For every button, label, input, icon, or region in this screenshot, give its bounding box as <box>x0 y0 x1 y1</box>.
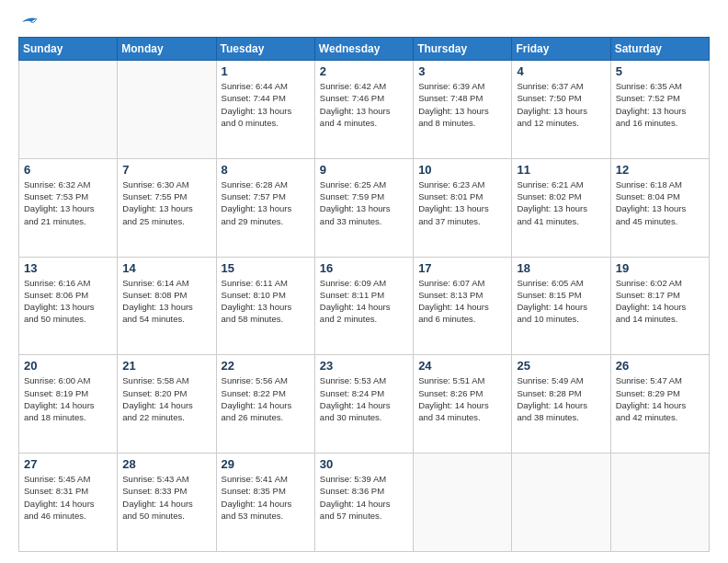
day-number: 29 <box>222 457 310 471</box>
page: SundayMondayTuesdayWednesdayThursdayFrid… <box>0 0 728 563</box>
calendar-cell: 18Sunrise: 6:05 AMSunset: 8:15 PMDayligh… <box>512 257 610 355</box>
calendar-cell: 23Sunrise: 5:53 AMSunset: 8:24 PMDayligh… <box>314 355 413 454</box>
day-number: 21 <box>122 359 210 373</box>
day-detail: Sunrise: 6:28 AMSunset: 7:57 PMDaylight:… <box>222 178 310 227</box>
day-number: 25 <box>517 359 605 373</box>
calendar-cell: 29Sunrise: 5:41 AMSunset: 8:35 PMDayligh… <box>216 454 314 552</box>
day-number: 28 <box>122 457 210 471</box>
calendar-cell: 20Sunrise: 6:00 AMSunset: 8:19 PMDayligh… <box>19 355 118 454</box>
calendar-cell: 1Sunrise: 6:44 AMSunset: 7:44 PMDaylight… <box>216 61 314 159</box>
day-detail: Sunrise: 6:14 AMSunset: 8:08 PMDaylight:… <box>122 277 210 326</box>
calendar-cell: 21Sunrise: 5:58 AMSunset: 8:20 PMDayligh… <box>118 355 216 454</box>
calendar-table: SundayMondayTuesdayWednesdayThursdayFrid… <box>18 37 710 552</box>
day-number: 12 <box>616 163 704 177</box>
calendar-cell: 25Sunrise: 5:49 AMSunset: 8:28 PMDayligh… <box>512 355 610 454</box>
calendar-cell: 17Sunrise: 6:07 AMSunset: 8:13 PMDayligh… <box>414 257 512 355</box>
calendar-cell: 26Sunrise: 5:47 AMSunset: 8:29 PMDayligh… <box>610 355 709 454</box>
calendar-cell <box>414 454 512 552</box>
weekday-header-saturday: Saturday <box>610 38 709 61</box>
day-number: 24 <box>418 359 506 373</box>
calendar-cell: 8Sunrise: 6:28 AMSunset: 7:57 PMDaylight… <box>216 158 314 257</box>
calendar-cell: 14Sunrise: 6:14 AMSunset: 8:08 PMDayligh… <box>118 257 216 355</box>
day-detail: Sunrise: 6:25 AMSunset: 7:59 PMDaylight:… <box>320 178 408 227</box>
day-number: 1 <box>222 64 310 78</box>
calendar-cell <box>512 454 610 552</box>
day-detail: Sunrise: 5:56 AMSunset: 8:22 PMDaylight:… <box>222 374 310 423</box>
day-number: 23 <box>320 359 408 373</box>
day-detail: Sunrise: 5:58 AMSunset: 8:20 PMDaylight:… <box>122 374 210 423</box>
weekday-header-monday: Monday <box>118 38 216 61</box>
calendar-cell: 6Sunrise: 6:32 AMSunset: 7:53 PMDaylight… <box>19 158 118 257</box>
day-detail: Sunrise: 5:51 AMSunset: 8:26 PMDaylight:… <box>418 374 506 423</box>
day-detail: Sunrise: 5:49 AMSunset: 8:28 PMDaylight:… <box>517 374 605 423</box>
day-detail: Sunrise: 6:07 AMSunset: 8:13 PMDaylight:… <box>418 277 506 326</box>
day-number: 8 <box>222 163 310 177</box>
day-number: 3 <box>418 64 506 78</box>
calendar-cell: 24Sunrise: 5:51 AMSunset: 8:26 PMDayligh… <box>414 355 512 454</box>
day-detail: Sunrise: 6:35 AMSunset: 7:52 PMDaylight:… <box>616 80 704 129</box>
day-detail: Sunrise: 6:30 AMSunset: 7:55 PMDaylight:… <box>122 178 210 227</box>
day-number: 10 <box>418 163 506 177</box>
day-detail: Sunrise: 5:39 AMSunset: 8:36 PMDaylight:… <box>320 473 408 522</box>
day-detail: Sunrise: 6:39 AMSunset: 7:48 PMDaylight:… <box>418 80 506 129</box>
calendar-cell: 3Sunrise: 6:39 AMSunset: 7:48 PMDaylight… <box>414 61 512 159</box>
day-number: 18 <box>517 261 605 275</box>
day-detail: Sunrise: 5:43 AMSunset: 8:33 PMDaylight:… <box>122 473 210 522</box>
day-detail: Sunrise: 5:45 AMSunset: 8:31 PMDaylight:… <box>24 473 112 522</box>
weekday-header-tuesday: Tuesday <box>216 38 314 61</box>
day-detail: Sunrise: 6:37 AMSunset: 7:50 PMDaylight:… <box>517 80 605 129</box>
day-detail: Sunrise: 6:18 AMSunset: 8:04 PMDaylight:… <box>616 178 704 227</box>
calendar-cell: 10Sunrise: 6:23 AMSunset: 8:01 PMDayligh… <box>414 158 512 257</box>
day-detail: Sunrise: 5:41 AMSunset: 8:35 PMDaylight:… <box>222 473 310 522</box>
logo <box>18 15 39 29</box>
day-detail: Sunrise: 6:21 AMSunset: 8:02 PMDaylight:… <box>517 178 605 227</box>
day-detail: Sunrise: 6:05 AMSunset: 8:15 PMDaylight:… <box>517 277 605 326</box>
day-number: 15 <box>222 261 310 275</box>
day-number: 27 <box>24 457 112 471</box>
calendar-cell <box>19 61 118 159</box>
calendar-cell: 22Sunrise: 5:56 AMSunset: 8:22 PMDayligh… <box>216 355 314 454</box>
calendar-cell <box>610 454 709 552</box>
calendar-cell: 15Sunrise: 6:11 AMSunset: 8:10 PMDayligh… <box>216 257 314 355</box>
day-number: 16 <box>320 261 408 275</box>
day-number: 14 <box>122 261 210 275</box>
day-number: 9 <box>320 163 408 177</box>
day-number: 5 <box>616 64 704 78</box>
day-number: 6 <box>24 163 112 177</box>
calendar-cell: 16Sunrise: 6:09 AMSunset: 8:11 PMDayligh… <box>314 257 413 355</box>
calendar-cell: 2Sunrise: 6:42 AMSunset: 7:46 PMDaylight… <box>314 61 413 159</box>
calendar-cell: 13Sunrise: 6:16 AMSunset: 8:06 PMDayligh… <box>19 257 118 355</box>
day-detail: Sunrise: 6:00 AMSunset: 8:19 PMDaylight:… <box>24 374 112 423</box>
day-detail: Sunrise: 6:09 AMSunset: 8:11 PMDaylight:… <box>320 277 408 326</box>
calendar-cell: 27Sunrise: 5:45 AMSunset: 8:31 PMDayligh… <box>19 454 118 552</box>
day-detail: Sunrise: 5:47 AMSunset: 8:29 PMDaylight:… <box>616 374 704 423</box>
calendar-cell: 30Sunrise: 5:39 AMSunset: 8:36 PMDayligh… <box>314 454 413 552</box>
day-number: 4 <box>517 64 605 78</box>
day-detail: Sunrise: 6:32 AMSunset: 7:53 PMDaylight:… <box>24 178 112 227</box>
day-number: 22 <box>222 359 310 373</box>
calendar-cell: 19Sunrise: 6:02 AMSunset: 8:17 PMDayligh… <box>610 257 709 355</box>
calendar-cell: 11Sunrise: 6:21 AMSunset: 8:02 PMDayligh… <box>512 158 610 257</box>
calendar-cell: 5Sunrise: 6:35 AMSunset: 7:52 PMDaylight… <box>610 61 709 159</box>
day-detail: Sunrise: 6:11 AMSunset: 8:10 PMDaylight:… <box>222 277 310 326</box>
calendar-cell: 9Sunrise: 6:25 AMSunset: 7:59 PMDaylight… <box>314 158 413 257</box>
day-number: 13 <box>24 261 112 275</box>
day-detail: Sunrise: 6:23 AMSunset: 8:01 PMDaylight:… <box>418 178 506 227</box>
calendar-cell: 12Sunrise: 6:18 AMSunset: 8:04 PMDayligh… <box>610 158 709 257</box>
logo-bird-icon <box>20 15 39 29</box>
weekday-header-thursday: Thursday <box>414 38 512 61</box>
day-detail: Sunrise: 6:44 AMSunset: 7:44 PMDaylight:… <box>222 80 310 129</box>
day-number: 17 <box>418 261 506 275</box>
day-number: 2 <box>320 64 408 78</box>
day-number: 26 <box>616 359 704 373</box>
day-number: 19 <box>616 261 704 275</box>
day-number: 11 <box>517 163 605 177</box>
calendar-cell: 28Sunrise: 5:43 AMSunset: 8:33 PMDayligh… <box>118 454 216 552</box>
day-number: 30 <box>320 457 408 471</box>
day-number: 7 <box>122 163 210 177</box>
weekday-header-wednesday: Wednesday <box>314 38 413 61</box>
logo-text <box>18 15 39 29</box>
day-detail: Sunrise: 6:02 AMSunset: 8:17 PMDaylight:… <box>616 277 704 326</box>
header <box>18 15 710 29</box>
calendar-cell: 4Sunrise: 6:37 AMSunset: 7:50 PMDaylight… <box>512 61 610 159</box>
